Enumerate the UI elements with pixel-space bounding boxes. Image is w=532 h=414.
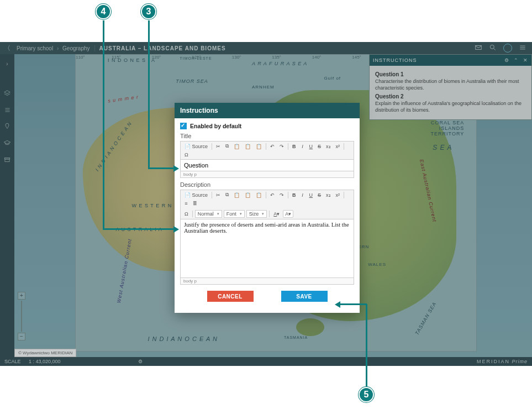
title-toolbar: 📄 Source ✂ ⧉ 📋 📋 📋 ↶ ↷ B I U S x₂ x² Ω	[180, 141, 354, 160]
subscript-icon[interactable]: x₂	[324, 192, 333, 198]
enabled-label: Enabled by default	[190, 123, 241, 129]
subscript-icon[interactable]: x₂	[324, 143, 333, 150]
cancel-button[interactable]: CANCEL	[207, 291, 254, 302]
callout-line	[340, 303, 367, 305]
paste-word-icon[interactable]: 📋	[254, 143, 264, 150]
font-dropdown[interactable]: Font	[224, 210, 245, 218]
redo-icon[interactable]: ↷	[278, 143, 286, 150]
description-field-label: Description	[180, 181, 354, 188]
title-input[interactable]: Question	[180, 160, 354, 171]
callout-line	[148, 167, 173, 169]
cut-icon[interactable]: ✂	[214, 143, 222, 150]
source-button[interactable]: 📄 Source	[183, 143, 209, 150]
callout-line	[103, 228, 173, 230]
bg-color-icon[interactable]: A▾	[283, 210, 293, 218]
modal-header: Instructions	[175, 103, 360, 118]
title-field-label: Title	[180, 133, 354, 139]
callout-badge-3: 3	[141, 4, 156, 19]
source-button[interactable]: 📄 Source	[183, 192, 209, 198]
paste-text-icon[interactable]: 📋	[243, 143, 252, 150]
cut-icon[interactable]: ✂	[214, 192, 222, 198]
paste-word-icon[interactable]: 📋	[254, 192, 264, 198]
copy-icon[interactable]: ⧉	[224, 143, 230, 150]
bold-icon[interactable]: B	[291, 192, 298, 198]
text-color-icon[interactable]: A▾	[272, 211, 281, 217]
title-editor-path: body p	[180, 171, 354, 178]
underline-icon[interactable]: U	[308, 192, 315, 198]
superscript-icon[interactable]: x²	[334, 192, 342, 198]
callout-arrowhead-icon	[173, 165, 179, 172]
omega-icon[interactable]: Ω	[183, 211, 190, 217]
paste-icon[interactable]: 📋	[232, 143, 241, 150]
description-editor-path: body p	[180, 278, 354, 285]
callout-line	[366, 304, 367, 387]
callout-line	[148, 20, 150, 169]
callout-arrowhead-icon	[335, 301, 340, 308]
paste-text-icon[interactable]: 📋	[243, 192, 252, 198]
undo-icon[interactable]: ↶	[268, 192, 276, 198]
omega-icon[interactable]: Ω	[183, 151, 190, 158]
enabled-checkbox[interactable]	[180, 123, 187, 129]
description-toolbar: 📄 Source ✂ ⧉ 📋 📋 📋 ↶ ↷ B I U S x₂ x² ≡ ≣…	[180, 190, 354, 219]
size-dropdown[interactable]: Size	[246, 210, 267, 218]
underline-icon[interactable]: U	[308, 143, 315, 150]
numbered-list-icon[interactable]: ≡	[183, 200, 189, 207]
copy-icon[interactable]: ⧉	[224, 191, 230, 198]
callout-arrowhead-icon	[173, 226, 179, 233]
callout-badge-5: 5	[359, 387, 374, 402]
redo-icon[interactable]: ↷	[278, 192, 286, 198]
paragraph-format-dropdown[interactable]: Normal	[195, 210, 222, 218]
save-button[interactable]: SAVE	[281, 291, 328, 302]
undo-icon[interactable]: ↶	[268, 143, 276, 150]
callout-line	[103, 20, 104, 229]
description-input[interactable]: Justify the presence of deserts and semi…	[180, 219, 354, 278]
strike-icon[interactable]: S	[316, 143, 323, 150]
bold-icon[interactable]: B	[291, 143, 298, 150]
italic-icon[interactable]: I	[299, 192, 306, 198]
superscript-icon[interactable]: x²	[334, 143, 342, 150]
instructions-modal: Instructions Enabled by default Title 📄 …	[175, 103, 360, 313]
strike-icon[interactable]: S	[316, 192, 323, 198]
callout-badge-4: 4	[96, 4, 111, 19]
bullet-list-icon[interactable]: ≣	[191, 200, 199, 207]
italic-icon[interactable]: I	[299, 143, 306, 150]
paste-icon[interactable]: 📋	[232, 192, 241, 198]
